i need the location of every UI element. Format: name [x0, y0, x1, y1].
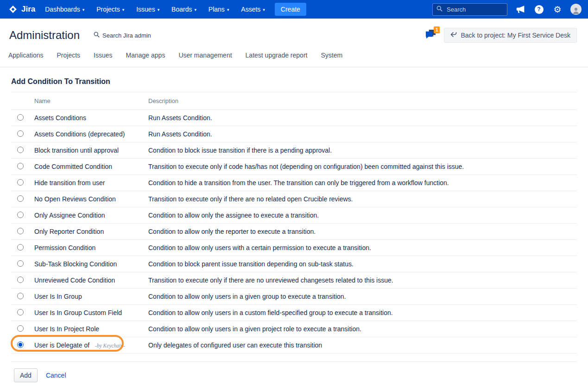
search-icon: [94, 32, 100, 39]
condition-radio[interactable]: [17, 244, 24, 251]
table-row[interactable]: Only Reporter Condition Condition to all…: [11, 224, 577, 240]
tab-projects[interactable]: Projects: [57, 51, 81, 59]
table-row[interactable]: Assets Conditions (deprecated) Run Asset…: [11, 126, 577, 142]
condition-radio[interactable]: [17, 325, 24, 332]
table-header: Name Description: [11, 92, 577, 110]
navbar-search-input[interactable]: [446, 6, 501, 13]
condition-radio[interactable]: [17, 260, 24, 267]
brand-label: Jira: [21, 5, 35, 14]
condition-name: Assets Conditions: [34, 114, 86, 122]
condition-name: User Is In Project Role: [34, 325, 99, 333]
admin-search-label: Search Jira admin: [102, 32, 151, 39]
navbar-item-dashboards[interactable]: Dashboards ▾: [40, 0, 89, 19]
table-row[interactable]: User Is In Group Condition to allow only…: [11, 289, 577, 305]
condition-name: Only Assignee Condition: [34, 212, 105, 219]
create-button[interactable]: Create: [275, 3, 306, 16]
condition-radio[interactable]: [17, 163, 24, 169]
condition-name: Block transition until approval: [34, 147, 119, 154]
add-button[interactable]: Add: [14, 368, 38, 382]
condition-description: Only delegates of configured user can ex…: [148, 341, 577, 349]
condition-name: No Open Reviews Condition: [34, 195, 116, 203]
condition-description: Run Assets Condition.: [148, 130, 577, 138]
navbar-item-projects[interactable]: Projects ▾: [91, 0, 129, 19]
condition-name: User is Delegate of: [34, 341, 89, 349]
cancel-link[interactable]: Cancel: [46, 372, 66, 379]
navbar-item-boards[interactable]: Boards ▾: [166, 0, 202, 19]
tab-issues[interactable]: Issues: [94, 51, 112, 59]
condition-name: Assets Conditions (deprecated): [34, 130, 125, 138]
navbar-menus: Dashboards ▾ Projects ▾ Issues ▾ Boards …: [40, 0, 270, 19]
condition-radio[interactable]: [17, 293, 24, 299]
condition-name: Unreviewed Code Condition: [34, 277, 115, 284]
tab-system[interactable]: System: [321, 51, 342, 59]
table-row[interactable]: User is Delegate of-by Keychain- Only de…: [11, 337, 577, 354]
jira-logo[interactable]: Jira: [6, 4, 40, 15]
gear-icon[interactable]: ⚙: [552, 4, 563, 15]
navbar-item-issues[interactable]: Issues ▾: [131, 0, 164, 19]
table-row[interactable]: Unreviewed Code Condition Transition to …: [11, 272, 577, 289]
condition-radio[interactable]: [17, 341, 24, 348]
chevron-down-icon: ▾: [194, 7, 196, 12]
condition-radio[interactable]: [17, 179, 24, 186]
condition-radio[interactable]: [17, 228, 24, 234]
conditions-table: Assets Conditions Run Assets Condition. …: [11, 110, 577, 354]
condition-description: Condition to allow only users in a given…: [148, 325, 577, 333]
condition-name: Hide transition from user: [34, 179, 105, 187]
tab-user-management[interactable]: User management: [178, 51, 232, 59]
condition-description: Condition to allow only users in a given…: [148, 293, 577, 300]
page-title: Administration: [9, 29, 80, 42]
top-navbar: Jira Dashboards ▾ Projects ▾ Issues ▾ Bo…: [0, 0, 588, 19]
chevron-down-icon: ▾: [263, 7, 265, 12]
help-icon[interactable]: ?: [533, 4, 544, 15]
admin-search[interactable]: Search Jira admin: [94, 32, 151, 39]
condition-description: Condition to allow only the assignee to …: [148, 212, 577, 219]
chevron-down-icon: ▾: [158, 7, 160, 12]
condition-radio[interactable]: [17, 114, 24, 121]
megaphone-icon[interactable]: [515, 4, 526, 15]
table-row[interactable]: Assets Conditions Run Assets Condition.: [11, 110, 577, 126]
condition-radio[interactable]: [17, 309, 24, 315]
table-row[interactable]: Sub-Task Blocking Condition Condition to…: [11, 256, 577, 272]
table-row[interactable]: Hide transition from user Condition to h…: [11, 175, 577, 191]
condition-description: Condition to allow only users in a custo…: [148, 309, 577, 316]
condition-name: Sub-Task Blocking Condition: [34, 260, 117, 268]
jira-logo-icon: [7, 4, 19, 15]
tab-manage-apps[interactable]: Manage apps: [126, 51, 165, 59]
condition-radio[interactable]: [17, 212, 24, 218]
condition-radio[interactable]: [17, 130, 24, 137]
main-content: Add Condition To Transition Name Descrip…: [0, 77, 588, 382]
table-row[interactable]: Block transition until approval Conditio…: [11, 142, 577, 159]
table-row[interactable]: User Is In Project Role Condition to all…: [11, 321, 577, 337]
search-icon: [436, 6, 443, 13]
chevron-down-icon: ▾: [82, 7, 85, 12]
form-actions: Add Cancel: [11, 362, 577, 382]
condition-vendor-suffix: -by Keychain-: [95, 343, 125, 348]
navbar-item-assets[interactable]: Assets ▾: [236, 0, 270, 19]
table-row[interactable]: Code Committed Condition Transition to e…: [11, 159, 577, 175]
navbar-search[interactable]: [432, 3, 507, 16]
condition-description: Transition to execute only if code has/h…: [148, 163, 577, 170]
back-to-project-label: Back to project: My First Service Desk: [461, 32, 570, 39]
condition-name: Code Committed Condition: [34, 163, 112, 170]
condition-radio[interactable]: [17, 147, 24, 153]
back-to-project-button[interactable]: Back to project: My First Service Desk: [444, 28, 577, 43]
condition-radio[interactable]: [17, 277, 24, 283]
table-row[interactable]: User Is In Group Custom Field Condition …: [11, 305, 577, 321]
condition-radio[interactable]: [17, 195, 24, 202]
condition-description: Condition to hide a transition from the …: [148, 179, 577, 187]
table-row[interactable]: Permission Condition Condition to allow …: [11, 240, 577, 256]
condition-name: User Is In Group: [34, 293, 82, 300]
condition-description: Condition to allow only users with a cer…: [148, 244, 577, 251]
navbar-item-plans[interactable]: Plans ▾: [203, 0, 234, 19]
tab-latest-upgrade-report[interactable]: Latest upgrade report: [246, 51, 308, 59]
table-row[interactable]: No Open Reviews Condition Transition to …: [11, 191, 577, 207]
condition-description: Condition to block issue transition if t…: [148, 147, 577, 154]
table-row[interactable]: Only Assignee Condition Condition to all…: [11, 207, 577, 224]
column-header-name: Name: [34, 97, 148, 104]
chevron-down-icon: ▾: [122, 7, 125, 12]
condition-description: Condition to allow only the reporter to …: [148, 228, 577, 235]
tab-applications[interactable]: Applications: [8, 51, 44, 59]
condition-description: Transition to execute only if there are …: [148, 195, 577, 203]
feedback-bubble-icon[interactable]: 1: [425, 29, 436, 41]
avatar[interactable]: [570, 4, 582, 15]
